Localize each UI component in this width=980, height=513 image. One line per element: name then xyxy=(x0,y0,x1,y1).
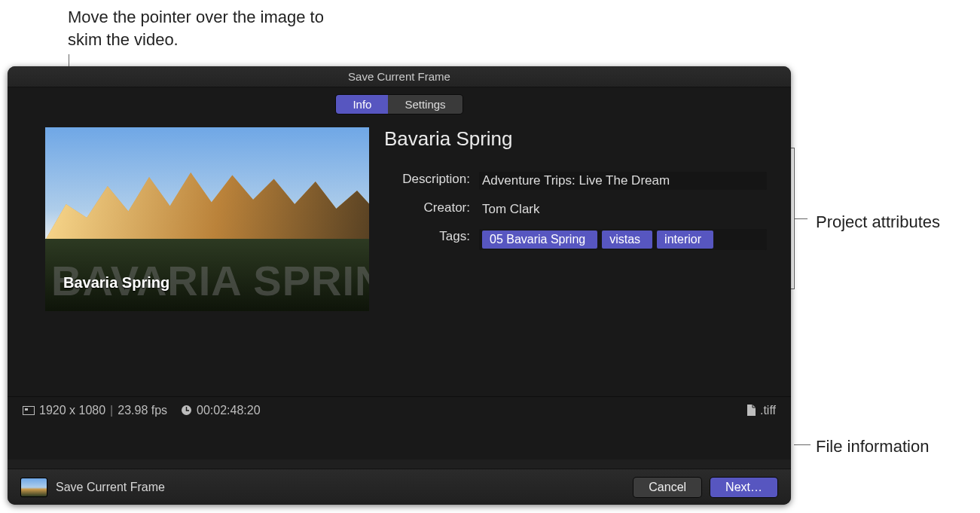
tag-chip[interactable]: interior xyxy=(657,231,713,249)
dimensions-value: 1920 x 1080 xyxy=(39,404,105,417)
cancel-button[interactable]: Cancel xyxy=(633,478,701,497)
label-description: Description: xyxy=(384,172,479,190)
footer-label: Save Current Frame xyxy=(56,481,624,494)
timecode-value: 00:02:48:20 xyxy=(197,404,261,417)
tab-bar: Info Settings xyxy=(8,87,791,114)
tag-chip[interactable]: vistas xyxy=(602,231,652,249)
callout-project-attributes: Project attributes xyxy=(816,211,966,234)
file-extension: .tiff xyxy=(760,404,776,417)
next-button[interactable]: Next… xyxy=(710,478,777,497)
clock-icon xyxy=(181,405,192,416)
project-attributes: Bavaria Spring Description: Adventure Tr… xyxy=(384,127,770,311)
thumbnail-overlay-title: Bavaria Spring xyxy=(63,274,169,292)
tags-field[interactable]: 05 Bavaria Spring vistas interior xyxy=(479,229,767,250)
window-title: Save Current Frame xyxy=(8,66,791,87)
callout-thumbnail-skim: Move the pointer over the image to skim … xyxy=(68,6,339,50)
label-creator: Creator: xyxy=(384,200,479,218)
video-thumbnail[interactable]: BAVARIA SPRING Bavaria Spring xyxy=(45,127,369,311)
svg-rect-0 xyxy=(23,406,35,414)
description-field[interactable]: Adventure Trips: Live The Dream xyxy=(479,172,767,190)
save-current-frame-window: Save Current Frame Info Settings BAVARIA… xyxy=(8,66,791,505)
tab-info[interactable]: Info xyxy=(336,95,388,114)
file-info-bar: 1920 x 1080 | 23.98 fps 00:02:48:20 .tif… xyxy=(8,396,791,423)
project-title[interactable]: Bavaria Spring xyxy=(384,127,767,151)
window-footer: Save Current Frame Cancel Next… xyxy=(8,469,791,505)
creator-value[interactable]: Tom Clark xyxy=(479,200,767,218)
tab-settings[interactable]: Settings xyxy=(388,95,462,114)
callout-file-information: File information xyxy=(816,435,980,458)
file-icon xyxy=(746,405,756,416)
footer-thumbnail-icon xyxy=(21,478,47,496)
fps-value: 23.98 fps xyxy=(118,404,167,417)
label-tags: Tags: xyxy=(384,229,479,250)
tag-chip[interactable]: 05 Bavaria Spring xyxy=(482,231,597,249)
dimensions-icon xyxy=(23,406,35,415)
svg-rect-1 xyxy=(25,408,28,411)
